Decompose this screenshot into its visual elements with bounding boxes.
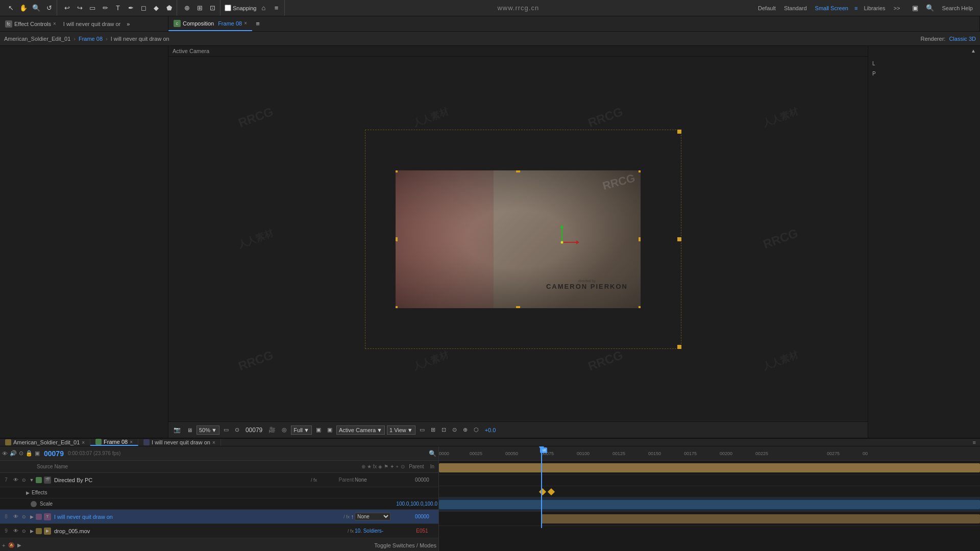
tl-tab-close-1[interactable]: ×	[130, 439, 133, 445]
edit5-btn[interactable]: ◻	[138, 3, 149, 14]
undo-btn[interactable]: ↩	[61, 3, 72, 14]
handle-tl[interactable]	[396, 170, 398, 172]
panel-expand-btn[interactable]: »	[122, 18, 134, 30]
layer-expand-8[interactable]: ▶	[29, 514, 35, 520]
tl-tab-1[interactable]: Frame 08 ×	[90, 439, 138, 446]
view-opt5[interactable]: ⊕	[461, 425, 470, 434]
tl-lock-all[interactable]: 🔒	[26, 450, 33, 457]
layer-eye-8[interactable]: 👁	[12, 513, 19, 520]
tl-menu-btn[interactable]: ≡	[973, 439, 976, 445]
quality-dropdown[interactable]: Full ▼	[291, 425, 312, 435]
tab-composition[interactable]: c Composition Frame 08 ×	[168, 16, 252, 31]
right-expand-1[interactable]: L	[868, 59, 980, 68]
fit-btn[interactable]: ▭	[222, 425, 231, 434]
camera-dropdown[interactable]: Active Camera ▼	[336, 425, 385, 435]
layer-eye-7[interactable]: 👁	[12, 477, 19, 484]
handle-tm[interactable]	[516, 170, 520, 172]
breadcrumb-item-1[interactable]: Frame 08	[79, 36, 103, 42]
tl-solo-all[interactable]: ⊙	[19, 450, 23, 457]
3d-toggle[interactable]: ⬡	[472, 425, 481, 434]
tab-effect-controls[interactable]: fc Effect Controls ×	[0, 16, 61, 31]
tl-audio-all[interactable]: 🔊	[10, 450, 17, 457]
snapshot-btn[interactable]: ⊙	[233, 425, 241, 434]
cam-btn[interactable]: 🎥	[266, 425, 278, 434]
handle-bm[interactable]	[516, 306, 520, 308]
preview-snapshot-btn[interactable]: 📷	[172, 425, 183, 434]
layer-solo-9[interactable]: ⊙	[20, 528, 28, 535]
layer-row-7[interactable]: 7 👁 ⊙ ▼ 🎬 Directed By PC / fx Parent Non…	[0, 473, 438, 487]
snap-opt1[interactable]: ⌂	[258, 3, 270, 14]
redo-btn[interactable]: ↪	[74, 3, 85, 14]
workspace-default[interactable]: Default	[756, 4, 778, 12]
edit6-btn[interactable]: ◆	[151, 3, 162, 14]
view-dropdown[interactable]: 1 View ▼	[387, 425, 415, 435]
anchor-group: ⊕ ⊞ ⊡	[179, 0, 220, 16]
workspace-standard[interactable]: Standard	[782, 4, 809, 12]
tl-tab-2[interactable]: I will never quit draw on ×	[138, 439, 221, 446]
effect-controls-close[interactable]: ×	[53, 21, 56, 27]
handle-mr[interactable]	[639, 237, 641, 241]
hand-tool[interactable]: ✋	[18, 3, 29, 14]
layer-solo-7[interactable]: ⊙	[20, 477, 28, 484]
monitor-btn[interactable]: 🖥	[185, 426, 194, 434]
motion-blur-btn[interactable]: ◎	[280, 425, 289, 434]
snapping-checkbox[interactable]	[225, 5, 231, 11]
snapping-toggle[interactable]: Snapping	[225, 5, 257, 11]
handle-bl[interactable]	[396, 306, 398, 308]
workspace-more[interactable]: >>	[892, 4, 902, 12]
layer-row-9[interactable]: 9 👁 ⊙ ▶ ▶ drop_005.mov / fx 10. Soldiers…	[0, 524, 438, 538]
edit3-btn[interactable]: T	[112, 3, 124, 14]
workspace-menu-icon[interactable]: ≡	[854, 5, 857, 11]
tl-eye-all[interactable]: 👁	[2, 450, 8, 457]
composition-close[interactable]: ×	[244, 20, 247, 26]
tl-label-all[interactable]: ▣	[35, 450, 40, 457]
tl-tab-close-0[interactable]: ×	[82, 440, 85, 445]
view-opt2[interactable]: ⊞	[429, 425, 437, 434]
edit7-btn[interactable]: ⬟	[163, 3, 175, 14]
right-expand-2[interactable]: P	[868, 69, 980, 79]
snap-opt2[interactable]: ≡	[271, 3, 282, 14]
transparency-btn[interactable]: ▣	[314, 425, 323, 434]
select-tool[interactable]: ↖	[5, 3, 16, 14]
breadcrumb-item-0[interactable]: American_Soldier_Edit_01	[4, 36, 70, 42]
ruler-mark-10: 00275	[827, 451, 840, 456]
edit4-btn[interactable]: ✒	[125, 3, 136, 14]
anchor2-btn[interactable]: ⊞	[194, 3, 205, 14]
layer-row-8[interactable]: 8 👁 ⊙ ▶ T I will never quit draw on / fx…	[0, 510, 438, 524]
tl-tab-0[interactable]: American_Soldier_Edit_01 ×	[0, 439, 90, 446]
anchor3-btn[interactable]: ⊡	[207, 3, 218, 14]
layer-expand-9[interactable]: ▶	[29, 528, 35, 534]
ext-monitor-btn[interactable]: ▣	[908, 3, 922, 14]
workspace-libraries[interactable]: Libraries	[862, 4, 887, 12]
tl-tab-close-2[interactable]: ×	[212, 440, 215, 445]
search-icon[interactable]: 🔍	[924, 3, 936, 14]
tl-render-btn[interactable]: ▶	[17, 542, 21, 548]
viewer-canvas-area[interactable]: RRCG 人人素材 RRCG 人人素材 人人素材 RRCG 人人素材 RRCG …	[168, 57, 868, 421]
handle-ml[interactable]	[396, 237, 398, 241]
layer-expand-7[interactable]: ▼	[29, 477, 35, 483]
edit1-btn[interactable]: ▭	[87, 3, 98, 14]
comp-menu-btn[interactable]: ≡	[252, 18, 263, 30]
layer-eye-9[interactable]: 👁	[12, 528, 19, 535]
tl-search-btn[interactable]: 🔍	[429, 450, 436, 457]
tl-mute-btn[interactable]: 🔕	[8, 542, 14, 548]
anchor1-btn[interactable]: ⊕	[181, 3, 192, 14]
breadcrumb-item-2[interactable]: I will never quit draw on	[111, 36, 169, 42]
zoom-dropdown[interactable]: 50% ▼	[197, 425, 219, 435]
view-opt3[interactable]: ⊡	[439, 425, 448, 434]
handle-br[interactable]	[639, 306, 641, 308]
pixel-aspect-btn[interactable]: ▣	[325, 425, 334, 434]
view-opt1[interactable]: ▭	[418, 425, 427, 434]
tl-bottom-row: + 🔕 ▶ Toggle Switches / Modes	[0, 538, 438, 551]
handle-tr[interactable]	[639, 170, 641, 172]
layer-8-parent-select[interactable]: None	[355, 513, 390, 520]
zoom-tool[interactable]: 🔍	[31, 3, 42, 14]
workspace-small-screen[interactable]: Small Screen	[813, 4, 850, 12]
edit2-btn[interactable]: ✏	[100, 3, 111, 14]
layer-8-switches: / fx	[344, 514, 350, 519]
view-opt4[interactable]: ⊙	[450, 425, 459, 434]
effects-expand[interactable]: ▶	[24, 490, 31, 496]
tl-add-layer[interactable]: +	[2, 542, 5, 548]
rotate-tool[interactable]: ↺	[43, 3, 55, 14]
layer-solo-8[interactable]: ⊙	[20, 513, 28, 520]
